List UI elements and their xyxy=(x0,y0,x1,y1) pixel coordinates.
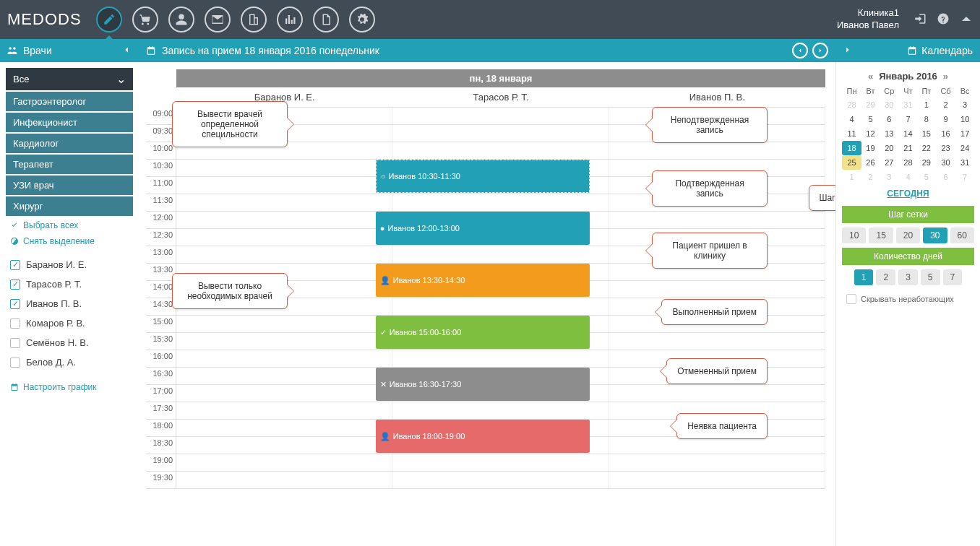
slot[interactable] xyxy=(392,194,609,211)
cal-day[interactable]: 20 xyxy=(880,141,899,155)
slot[interactable] xyxy=(392,402,609,419)
slot[interactable] xyxy=(176,316,392,332)
slot[interactable] xyxy=(176,212,392,228)
slot[interactable] xyxy=(609,212,825,228)
cal-day[interactable]: 30 xyxy=(880,98,899,112)
cal-day[interactable]: 14 xyxy=(899,126,917,141)
days-pill[interactable]: 1 xyxy=(854,269,874,285)
edit-icon[interactable] xyxy=(96,6,122,32)
cal-day[interactable]: 1 xyxy=(842,170,861,184)
spec-item[interactable]: УЗИ врач xyxy=(6,176,133,195)
cal-day[interactable]: 26 xyxy=(861,155,880,170)
spec-item[interactable]: Инфекционист xyxy=(6,113,133,132)
doctor-checkbox[interactable] xyxy=(10,318,20,329)
step-pill[interactable]: 10 xyxy=(842,228,866,243)
days-pill[interactable]: 2 xyxy=(876,269,895,285)
days-pill[interactable]: 3 xyxy=(898,269,918,285)
chart-icon[interactable] xyxy=(277,6,303,32)
cal-day[interactable]: 29 xyxy=(861,98,880,112)
slot[interactable] xyxy=(609,385,825,402)
slot[interactable] xyxy=(176,333,392,350)
slot[interactable] xyxy=(392,246,609,263)
slot[interactable] xyxy=(176,350,392,367)
cal-day[interactable]: 19 xyxy=(861,141,880,155)
spec-item[interactable]: Терапевт xyxy=(6,155,133,174)
cal-day[interactable]: 31 xyxy=(955,155,974,170)
slot[interactable] xyxy=(176,160,392,176)
doctor-item[interactable]: Комаров Р. В. xyxy=(6,313,133,333)
cal-day[interactable]: 9 xyxy=(936,112,956,126)
cal-day[interactable]: 25 xyxy=(842,155,861,170)
appointment[interactable]: ●Иванов 12:00-13:00 xyxy=(376,212,590,245)
doctor-item[interactable]: Тарасов Р. Т. xyxy=(6,274,133,294)
slot[interactable] xyxy=(392,125,609,142)
appointment[interactable]: ✓Иванов 15:00-16:00 xyxy=(376,316,590,349)
slot[interactable] xyxy=(176,454,392,471)
slot[interactable] xyxy=(392,350,609,367)
cal-day[interactable]: 31 xyxy=(899,98,917,112)
cal-day[interactable]: 27 xyxy=(880,155,899,170)
logout-icon[interactable] xyxy=(914,12,927,27)
doctor-item[interactable]: Иванов П. В. xyxy=(6,294,133,313)
person-icon[interactable] xyxy=(168,6,194,32)
cal-day[interactable]: 28 xyxy=(842,98,861,112)
gear-icon[interactable] xyxy=(349,6,375,32)
envelope-icon[interactable] xyxy=(205,6,231,32)
slot[interactable] xyxy=(176,385,392,402)
spec-item[interactable]: Кардиолог xyxy=(6,134,133,153)
slot[interactable] xyxy=(609,333,825,350)
cal-prev-month[interactable]: « xyxy=(868,71,873,82)
cal-day[interactable]: 29 xyxy=(917,155,936,170)
cal-day[interactable]: 11 xyxy=(842,126,861,141)
slot[interactable] xyxy=(392,142,609,159)
cal-next-month[interactable]: » xyxy=(943,71,948,82)
slot[interactable] xyxy=(176,472,392,488)
cal-day[interactable]: 22 xyxy=(917,141,936,155)
days-pill[interactable]: 5 xyxy=(921,269,940,285)
cal-day[interactable]: 8 xyxy=(917,112,936,126)
cal-day[interactable]: 30 xyxy=(936,155,956,170)
cal-day[interactable]: 5 xyxy=(917,170,936,184)
slot[interactable] xyxy=(392,472,609,488)
cart-icon[interactable] xyxy=(132,6,158,32)
slot[interactable] xyxy=(176,402,392,419)
slot[interactable] xyxy=(392,454,609,471)
appointment[interactable]: ○Иванов 10:30-11:30 xyxy=(376,160,590,193)
doctor-checkbox[interactable] xyxy=(10,299,20,309)
spec-item[interactable]: Хирург xyxy=(6,196,133,216)
doctor-checkbox[interactable] xyxy=(10,260,20,270)
step-pill[interactable]: 15 xyxy=(869,228,893,243)
today-link[interactable]: СЕГОДНЯ xyxy=(842,184,974,203)
appointment[interactable]: 👤Иванов 13:30-14:30 xyxy=(376,264,590,297)
step-pill[interactable]: 60 xyxy=(950,228,974,243)
cal-day[interactable]: 7 xyxy=(899,112,917,126)
doctor-checkbox[interactable] xyxy=(10,358,20,368)
appointment[interactable]: 👤Иванов 18:00-19:00 xyxy=(376,420,590,453)
cal-day[interactable]: 23 xyxy=(936,141,956,155)
cal-day[interactable]: 28 xyxy=(899,155,917,170)
step-pill[interactable]: 30 xyxy=(923,228,947,243)
cal-day[interactable]: 4 xyxy=(842,112,861,126)
hide-nonworking-row[interactable]: Скрывать неработающих xyxy=(842,290,974,308)
cal-day[interactable]: 21 xyxy=(899,141,917,155)
slot[interactable] xyxy=(609,281,825,298)
spec-item[interactable]: Гастроэнтеролог xyxy=(6,92,133,111)
prev-day-button[interactable] xyxy=(792,43,808,58)
hide-nonworking-checkbox[interactable] xyxy=(846,294,856,304)
appointment[interactable]: ✕Иванов 16:30-17:30 xyxy=(376,368,590,401)
slot[interactable] xyxy=(176,368,392,384)
cal-day[interactable]: 24 xyxy=(955,141,974,155)
document-icon[interactable] xyxy=(313,6,339,32)
cal-day[interactable]: 18 xyxy=(842,141,861,155)
slot[interactable] xyxy=(176,229,392,246)
spec-item[interactable]: Все xyxy=(6,68,133,90)
cal-day[interactable]: 15 xyxy=(917,126,936,141)
cal-day[interactable]: 17 xyxy=(955,126,974,141)
building-icon[interactable] xyxy=(241,6,267,32)
expand-icon[interactable] xyxy=(960,12,973,27)
cal-day[interactable]: 7 xyxy=(955,170,974,184)
slot[interactable] xyxy=(609,437,825,454)
cal-day[interactable]: 2 xyxy=(936,98,956,112)
slot[interactable] xyxy=(392,298,609,315)
cal-day[interactable]: 16 xyxy=(936,126,956,141)
